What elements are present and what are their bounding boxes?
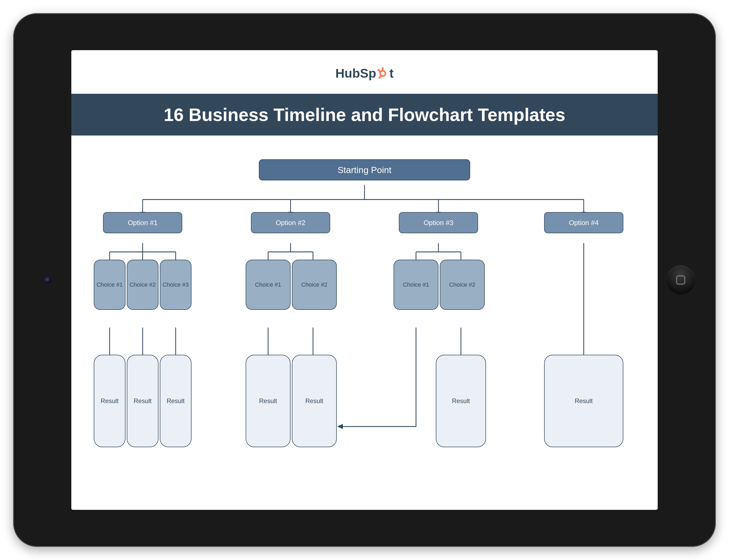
option-3: Option #3 [399, 212, 478, 233]
svg-point-5 [377, 69, 380, 71]
option-1: Option #1 [103, 212, 182, 233]
screen: HubSp t 16 Business Timeline and Flowcha… [71, 50, 658, 510]
camera-icon [44, 277, 51, 283]
logo-text-post: t [389, 66, 394, 81]
option-1-result-1: Result [94, 355, 125, 447]
option-2-choice-1: Choice #1 [246, 260, 291, 310]
option-4-result-1: Result [544, 355, 623, 447]
tablet-frame: HubSp t 16 Business Timeline and Flowcha… [13, 13, 716, 547]
sprocket-icon [377, 67, 389, 80]
option-1-choice-1: Choice #1 [94, 260, 125, 310]
start-node: Starting Point [259, 159, 470, 180]
option-1-choice-3: Choice #3 [160, 260, 191, 310]
option-3-choice-2: Choice #2 [440, 260, 485, 310]
connector-lines [71, 136, 658, 508]
option-3-choice-1: Choice #1 [394, 260, 438, 310]
option-2: Option #2 [251, 212, 330, 233]
option-1-result-2: Result [127, 355, 158, 447]
hubspot-logo: HubSp t [335, 66, 394, 81]
logo-text-pre: HubSp [335, 66, 376, 81]
option-4: Option #4 [544, 212, 623, 233]
svg-point-6 [378, 77, 381, 79]
option-1-choice-2: Choice #2 [127, 260, 158, 310]
page-title: 16 Business Timeline and Flowchart Templ… [71, 94, 658, 136]
option-1-result-3: Result [160, 355, 191, 447]
home-button[interactable] [666, 265, 695, 295]
flowchart: Starting Point Option #1 Option #2 Optio… [71, 136, 658, 508]
svg-point-4 [382, 67, 384, 69]
option-3-result-1: Result [436, 355, 486, 447]
option-2-choice-2: Choice #2 [292, 260, 337, 310]
option-2-result-1: Result [246, 355, 291, 447]
logo-area: HubSp t [71, 50, 658, 94]
option-2-result-2: Result [292, 355, 337, 447]
